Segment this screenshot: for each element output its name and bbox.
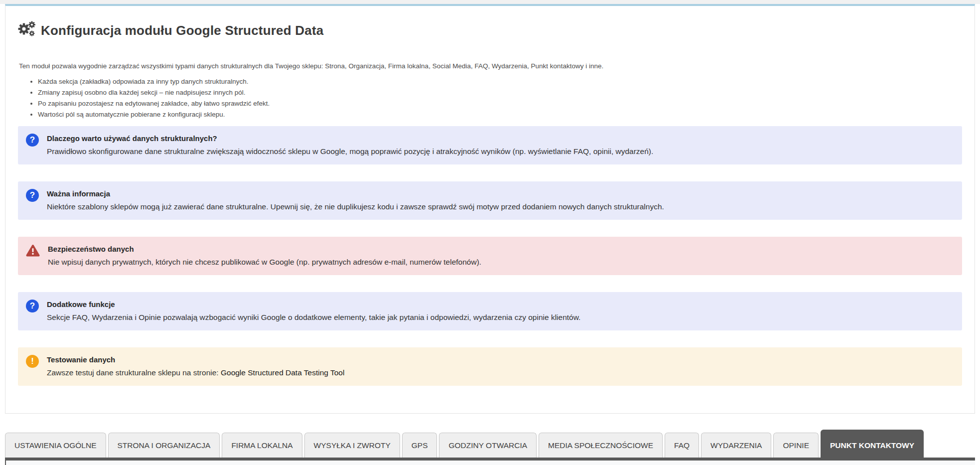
alert-text-prefix: Zawsze testuj dane strukturalne sklepu n… [47, 368, 219, 377]
note-item: Zmiany zapisuj osobno dla każdej sekcji … [38, 87, 962, 98]
exclamation-circle-icon [26, 355, 39, 368]
question-circle-icon [26, 134, 39, 147]
module-intro-text: Ten moduł pozwala wygodnie zarządzać wsz… [19, 62, 962, 70]
tab-wysylka-i-zwroty[interactable]: WYSYŁKA I ZWROTY [304, 433, 400, 458]
tab-godziny-otwarcia[interactable]: GODZINY OTWARCIA [439, 433, 537, 458]
tab-punkt-kontaktowy[interactable]: PUNKT KONTAKTOWY [821, 430, 924, 461]
tabs-row: USTAWIENIA OGÓLNE STRONA I ORGANIZACJA F… [5, 430, 975, 458]
alert-title: Ważna informacja [47, 188, 664, 200]
tab-faq[interactable]: FAQ [665, 433, 699, 458]
alert-data-security: Bezpieczeństwo danych Nie wpisuj danych … [18, 237, 962, 275]
gears-icon [18, 21, 36, 40]
alert-why-structured-data: Dlaczego warto używać danych strukturaln… [18, 126, 962, 164]
note-item: Każda sekcja (zakładka) odpowiada za inn… [38, 76, 962, 87]
warning-triangle-icon [26, 244, 40, 259]
alert-data-testing: Testowanie danych Zawsze testuj dane str… [18, 347, 962, 386]
note-item: Wartości pól są automatycznie pobierane … [38, 109, 962, 120]
page-top-strip [0, 0, 980, 4]
tab-strona-i-organizacja[interactable]: STRONA I ORGANIZACJA [108, 433, 220, 458]
tab-ustawienia-ogolne[interactable]: USTAWIENIA OGÓLNE [5, 433, 106, 458]
tab-wydarzenia[interactable]: WYDARZENIA [701, 433, 771, 458]
alert-text: Sekcje FAQ, Wydarzenia i Opinie pozwalaj… [47, 310, 580, 324]
alert-text: Nie wpisuj danych prywatnych, których ni… [48, 255, 481, 269]
alert-important-info: Ważna informacja Niektóre szablony sklep… [18, 181, 962, 220]
page-title-text: Konfiguracja modułu Google Structured Da… [41, 23, 323, 38]
alert-text: Prawidłowo skonfigurowane dane struktura… [47, 145, 653, 158]
question-circle-icon [26, 300, 39, 312]
module-tabs: USTAWIENIA OGÓLNE STRONA I ORGANIZACJA F… [5, 430, 975, 465]
note-item: Po zapisaniu pozostajesz na edytowanej z… [38, 98, 962, 109]
alert-title: Dlaczego warto używać danych strukturaln… [47, 133, 653, 145]
alert-text: Niektóre szablony sklepów mogą już zawie… [47, 200, 664, 213]
alert-title: Bezpieczeństwo danych [48, 243, 481, 255]
module-config-panel: Konfiguracja modułu Google Structured Da… [5, 4, 975, 414]
tab-content-area [5, 461, 975, 465]
tab-opinie[interactable]: OPINIE [773, 433, 819, 458]
alert-text: Zawsze testuj dane strukturalne sklepu n… [47, 366, 344, 379]
question-circle-icon [26, 189, 39, 202]
tab-gps[interactable]: GPS [402, 433, 437, 458]
alert-title: Testowanie danych [47, 354, 344, 366]
alert-title: Dodatkowe funkcje [47, 299, 580, 310]
testing-tool-link[interactable]: Google Structured Data Testing Tool [221, 368, 344, 377]
tab-media-spolecznosciowe[interactable]: MEDIA SPOŁECZNOŚCIOWE [539, 433, 663, 458]
tab-firma-lokalna[interactable]: FIRMA LOKALNA [222, 433, 302, 458]
module-notes-list: Każda sekcja (zakładka) odpowiada za inn… [38, 76, 962, 120]
page-title: Konfiguracja modułu Google Structured Da… [18, 21, 962, 40]
alert-additional-features: Dodatkowe funkcje Sekcje FAQ, Wydarzenia… [18, 292, 962, 330]
